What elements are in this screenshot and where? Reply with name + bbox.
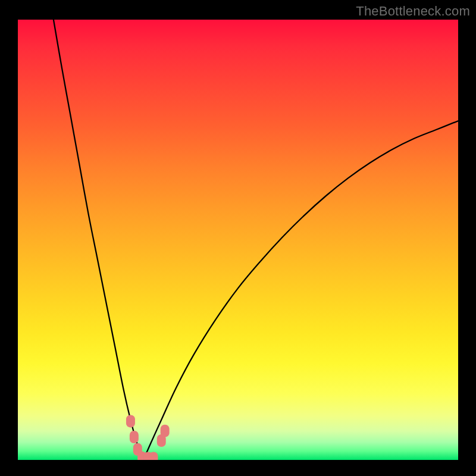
optimal-marker — [149, 452, 158, 460]
optimal-marker — [133, 443, 142, 456]
optimal-marker — [137, 452, 146, 460]
watermark-label: TheBottleneck.com — [356, 4, 470, 19]
optimal-zone-markers — [126, 415, 170, 460]
optimal-marker — [144, 452, 153, 460]
optimal-marker — [130, 431, 139, 443]
optimal-marker — [157, 434, 166, 447]
optimal-marker — [126, 415, 135, 427]
chart-frame: TheBottleneck.com — [0, 0, 476, 476]
bottleneck-curve — [18, 20, 458, 460]
chart-plot-area — [18, 20, 458, 460]
curve-right-branch — [143, 121, 458, 460]
optimal-marker — [161, 425, 170, 437]
curve-left-branch — [54, 20, 143, 460]
